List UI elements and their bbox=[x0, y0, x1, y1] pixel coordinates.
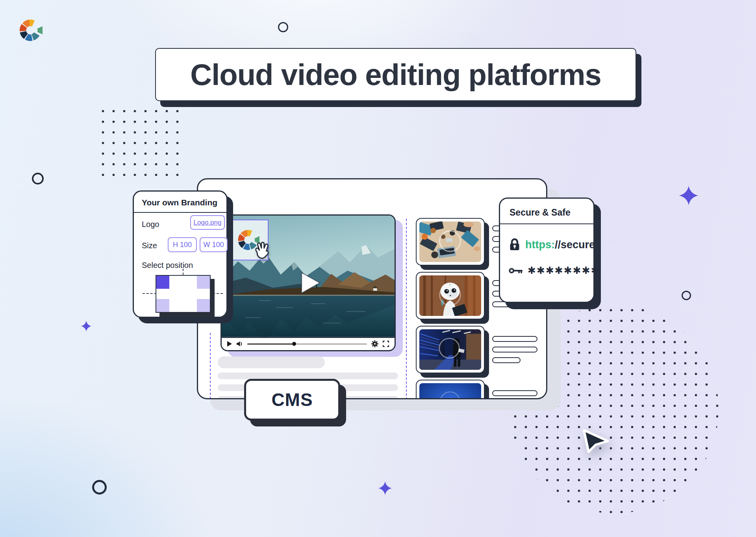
circle-decoration-bottom-left bbox=[92, 480, 107, 495]
position-top-right[interactable] bbox=[197, 276, 210, 289]
page-title: Cloud video editing platforms bbox=[190, 57, 601, 92]
list-placeholder-line bbox=[492, 390, 537, 396]
list-placeholder-line bbox=[492, 347, 537, 352]
play-overlay-button[interactable] bbox=[300, 271, 321, 296]
text-placeholder-bar bbox=[218, 373, 398, 379]
position-selector bbox=[156, 275, 211, 313]
layout-guide-dashed-line-left bbox=[210, 333, 211, 399]
url-scheme: https: bbox=[525, 239, 555, 251]
cursor-arrow-icon bbox=[582, 429, 610, 455]
position-top-left-selected[interactable] bbox=[156, 276, 169, 289]
sparkle-decoration-bottom bbox=[378, 481, 393, 496]
circle-decoration-right bbox=[682, 291, 691, 300]
video-player[interactable] bbox=[220, 214, 396, 351]
title-banner: Cloud video editing platforms bbox=[155, 48, 636, 101]
cms-badge: CMS bbox=[244, 379, 340, 421]
list-placeholder-line bbox=[492, 336, 537, 342]
secure-password-row: ✱✱✱✱✱✱✱✱ bbox=[509, 265, 600, 276]
video-thumbnail-office-corridor[interactable] bbox=[416, 326, 485, 373]
secure-panel-title: Secure & Safe bbox=[500, 199, 593, 223]
cms-browser-mockup bbox=[197, 178, 547, 399]
hand-drag-cursor-icon bbox=[252, 241, 272, 262]
video-thumbnail-blue-abstract[interactable] bbox=[416, 380, 485, 399]
video-controls-bar bbox=[222, 337, 395, 350]
dot-grid-decoration bbox=[98, 106, 179, 181]
secure-url-row: https://secure bbox=[509, 238, 595, 251]
logo-file-name: Logo.png bbox=[194, 219, 222, 227]
lock-icon bbox=[509, 238, 521, 251]
secure-url-text: https://secure bbox=[525, 239, 595, 251]
sparkle-decoration-left bbox=[80, 320, 92, 332]
layout-guide-dashed-line-right bbox=[406, 219, 407, 399]
cms-badge-label: CMS bbox=[271, 389, 313, 410]
settings-gear-icon[interactable] bbox=[371, 340, 378, 347]
key-icon bbox=[509, 266, 523, 275]
circle-decoration-top bbox=[278, 22, 288, 32]
position-bottom-right[interactable] bbox=[197, 299, 210, 312]
url-rest: //secure bbox=[555, 239, 595, 251]
logo-file-button[interactable]: Logo.png bbox=[190, 215, 225, 230]
position-bottom-left[interactable] bbox=[156, 299, 169, 312]
fullscreen-icon[interactable] bbox=[383, 341, 389, 347]
video-frame-mountain-lake bbox=[222, 216, 395, 337]
select-position-label: Select position bbox=[142, 261, 193, 270]
password-mask: ✱✱✱✱✱✱✱✱ bbox=[528, 265, 600, 276]
brand-logo bbox=[18, 18, 43, 44]
divider bbox=[500, 223, 593, 224]
sparkle-decoration-top-right bbox=[678, 185, 699, 206]
seek-dot[interactable] bbox=[292, 342, 296, 346]
circle-decoration-left bbox=[32, 173, 44, 185]
list-placeholder-line bbox=[492, 357, 521, 363]
seek-progress bbox=[247, 343, 294, 345]
size-label: Size bbox=[142, 241, 157, 250]
branding-panel-title: Your own Branding bbox=[134, 192, 226, 212]
seek-slider[interactable] bbox=[247, 343, 367, 345]
branding-panel: Your own Branding Logo Logo.png Size H 1… bbox=[133, 190, 228, 318]
text-placeholder-bar bbox=[218, 356, 325, 368]
video-thumbnail-robot[interactable] bbox=[416, 272, 485, 319]
width-input[interactable]: W 100 bbox=[200, 237, 228, 252]
secure-panel: Secure & Safe https://secure ✱✱✱✱✱✱✱✱ bbox=[499, 197, 595, 303]
play-icon[interactable] bbox=[227, 341, 232, 347]
video-thumbnail-team-desk[interactable] bbox=[416, 218, 485, 266]
logo-label: Logo bbox=[142, 220, 159, 229]
divider bbox=[134, 212, 226, 213]
height-input[interactable]: H 100 bbox=[168, 237, 197, 252]
volume-icon[interactable] bbox=[236, 341, 243, 347]
